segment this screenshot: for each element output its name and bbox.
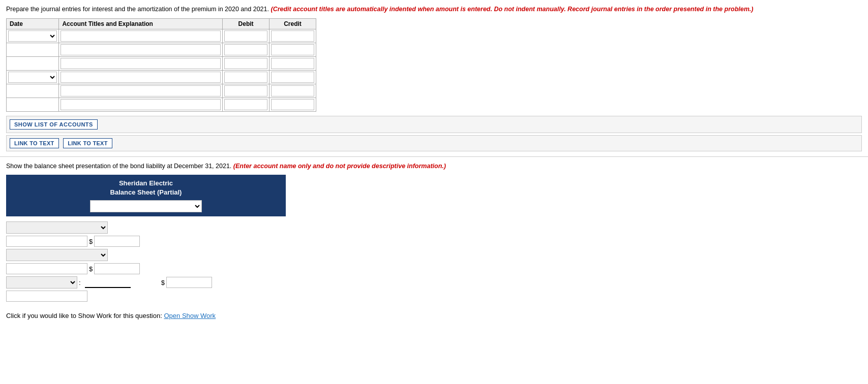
table-row xyxy=(7,29,316,43)
date-cell-5 xyxy=(7,84,59,98)
debit-cell-2 xyxy=(223,43,270,56)
show-work-area: Click if you would like to Show Work for… xyxy=(6,312,862,319)
credit-input-3[interactable] xyxy=(271,58,314,69)
account-cell-3 xyxy=(59,56,223,70)
account-input-3[interactable] xyxy=(61,58,221,69)
account-input-4[interactable] xyxy=(61,72,221,83)
account-input-6[interactable] xyxy=(61,99,221,110)
debit-input-4[interactable] xyxy=(224,72,267,83)
instruction-normal: Prepare the journal entries for interest… xyxy=(6,6,269,13)
bs-account-input-2[interactable] xyxy=(6,263,87,274)
bs-account-input-3[interactable] xyxy=(6,291,87,302)
date-select-4[interactable] xyxy=(8,72,57,83)
account-input-5[interactable] xyxy=(61,85,221,97)
journal-entries-section: Prepare the journal entries for interest… xyxy=(0,0,868,157)
account-input-2[interactable] xyxy=(61,44,221,55)
table-row xyxy=(7,70,316,84)
show-list-area: SHOW LIST OF ACCOUNTS xyxy=(6,116,862,133)
debit-cell-1 xyxy=(223,29,270,43)
link-to-text-area: LINK TO TEXT LINK TO TEXT xyxy=(6,135,862,151)
dollar-sign-1: $ xyxy=(89,238,93,245)
link-to-text-button-1[interactable]: LINK TO TEXT xyxy=(10,138,59,148)
bs-section-select-1[interactable] xyxy=(6,221,108,234)
bs-row-6 xyxy=(6,291,286,302)
bs-row-4: $ xyxy=(6,263,286,274)
credit-input-5[interactable] xyxy=(271,85,314,97)
date-select-1[interactable] xyxy=(8,30,57,42)
bs-row-3 xyxy=(6,249,286,261)
account-cell-2 xyxy=(59,43,223,56)
instruction-red: (Credit account titles are automatically… xyxy=(271,6,753,13)
bs-title-line1: Sheridan Electric xyxy=(11,179,281,188)
credit-input-4[interactable] xyxy=(271,72,314,83)
date-cell-2 xyxy=(7,43,59,56)
account-cell-1 xyxy=(59,29,223,43)
col-header-date: Date xyxy=(7,18,59,29)
instruction-text: Prepare the journal entries for interest… xyxy=(6,5,862,14)
bs-row-1 xyxy=(6,221,286,234)
date-cell-1 xyxy=(7,29,59,43)
account-input-1[interactable] xyxy=(61,30,221,42)
debit-input-6[interactable] xyxy=(224,99,267,110)
bs-amount-input-3[interactable] xyxy=(166,277,212,288)
bs-instruction: Show the balance sheet presentation of t… xyxy=(6,162,862,171)
credit-cell-1 xyxy=(270,29,316,43)
credit-cell-5 xyxy=(270,84,316,98)
show-list-button[interactable]: SHOW LIST OF ACCOUNTS xyxy=(10,119,98,130)
debit-input-3[interactable] xyxy=(224,58,267,69)
dollar-sign-3: $ xyxy=(161,279,165,286)
table-row xyxy=(7,98,316,111)
balance-sheet-header: Sheridan Electric Balance Sheet (Partial… xyxy=(6,175,286,216)
account-cell-4 xyxy=(59,70,223,84)
bs-instruction-normal: Show the balance sheet presentation of t… xyxy=(6,163,231,170)
account-cell-5 xyxy=(59,84,223,98)
colon-1: : xyxy=(79,279,81,286)
col-header-account: Account Titles and Explanation xyxy=(59,18,223,29)
table-row xyxy=(7,56,316,70)
bs-sub-amount-input[interactable] xyxy=(85,277,131,288)
table-row xyxy=(7,84,316,98)
bs-section-select-2[interactable] xyxy=(6,249,108,261)
bs-instruction-red: (Enter account name only and do not prov… xyxy=(233,163,446,170)
bs-amount-input-1[interactable] xyxy=(94,236,140,247)
credit-input-2[interactable] xyxy=(271,44,314,55)
bs-account-input-1[interactable] xyxy=(6,236,87,247)
bs-amount-input-2[interactable] xyxy=(94,263,140,274)
date-cell-6 xyxy=(7,98,59,111)
debit-input-2[interactable] xyxy=(224,44,267,55)
show-work-label: Click if you would like to Show Work for… xyxy=(6,312,162,319)
bs-row-2: $ xyxy=(6,236,286,247)
col-header-credit: Credit xyxy=(270,18,316,29)
credit-cell-4 xyxy=(270,70,316,84)
credit-input-1[interactable] xyxy=(271,30,314,42)
balance-sheet-section: Show the balance sheet presentation of t… xyxy=(0,157,868,325)
credit-cell-6 xyxy=(270,98,316,111)
bs-title-line2: Balance Sheet (Partial) xyxy=(11,188,281,197)
open-show-work-link[interactable]: Open Show Work xyxy=(164,312,216,319)
table-row xyxy=(7,43,316,56)
debit-input-5[interactable] xyxy=(224,85,267,97)
account-cell-6 xyxy=(59,98,223,111)
debit-input-1[interactable] xyxy=(224,30,267,42)
dollar-sign-2: $ xyxy=(89,265,93,273)
date-cell-4 xyxy=(7,70,59,84)
bs-header-select[interactable] xyxy=(90,200,202,212)
bs-row-5: : $ xyxy=(6,276,286,289)
debit-cell-6 xyxy=(223,98,270,111)
debit-cell-3 xyxy=(223,56,270,70)
journal-table: Date Account Titles and Explanation Debi… xyxy=(6,18,316,112)
date-cell-3 xyxy=(7,56,59,70)
col-header-debit: Debit xyxy=(223,18,270,29)
debit-cell-5 xyxy=(223,84,270,98)
credit-cell-2 xyxy=(270,43,316,56)
credit-input-6[interactable] xyxy=(271,99,314,110)
bs-body: $ $ : $ xyxy=(6,216,286,307)
link-to-text-button-2[interactable]: LINK TO TEXT xyxy=(63,138,112,148)
credit-cell-3 xyxy=(270,56,316,70)
debit-cell-4 xyxy=(223,70,270,84)
bs-section-select-3[interactable] xyxy=(6,276,77,289)
